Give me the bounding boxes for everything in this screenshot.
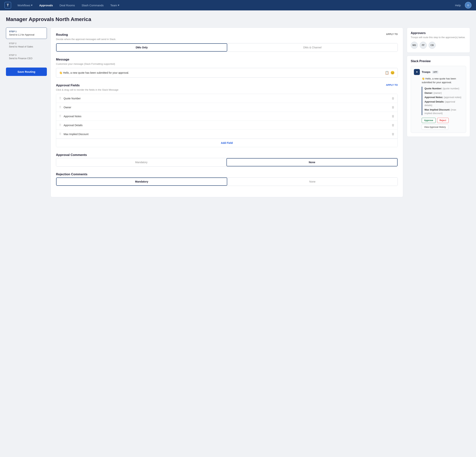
nav-item-slash-commands[interactable]: Slash Commands [79,2,106,8]
rejection-comments-none-button[interactable]: None [227,177,398,186]
sidebar: STEP 1 Send to L1 for Approval STEP 2 Se… [6,27,47,76]
message-icon-2: 😊 [391,71,395,75]
approver-avatar-ff: FF [420,42,427,49]
main-panel: Routing APPLY TO Decide where the approv… [51,27,403,197]
sidebar-step-3[interactable]: STEP 3 Send to Finance CEO [6,51,47,62]
slack-field-max-implied-discount: Max Implied Discount: {max implied disco… [425,108,463,115]
field-name: Quote Number [64,97,391,100]
slack-field-approval-details: Approval Details: {approval details} [425,100,463,107]
slack-field-approval-notes: Approval Notes: {approval notes} [425,96,463,99]
slack-message: ✦ Troops APP 👋 Hello, a new quote has be… [411,66,466,133]
page-title: Manager Approvals North America [6,16,470,22]
field-item-owner: ⠿ Owner 🗑 [56,103,398,112]
slack-field-quote-number: Quote Number: {quote number} [425,87,463,90]
nav-item-team[interactable]: Team ▾ [108,2,122,8]
drag-handle-icon[interactable]: ⠿ [59,114,61,118]
message-title: Message [56,58,69,62]
routing-dms-only-button[interactable]: DMs Only [56,43,227,52]
slack-app-badge: APP [432,71,438,73]
approver-avatar-cb: CB [429,42,436,49]
approvers-description: Troops will route this step to the appro… [411,36,466,39]
message-box[interactable]: 👋 Hello, a new quote has been submitted … [56,68,398,78]
approvers-title: Approvers [411,31,466,35]
slack-reject-button[interactable]: Reject [437,118,449,123]
approvers-list: MG FF CB [411,42,466,49]
slack-preview-card: Slack Preview ✦ Troops APP 👋 Hello, a ne… [407,56,470,137]
drag-handle-icon[interactable]: ⠿ [59,105,61,109]
routing-section: Routing APPLY TO Decide where the approv… [56,33,398,52]
add-field-button[interactable]: Add Field [56,139,398,147]
message-icon-1: 📋 [385,71,389,75]
message-icons: 📋 😊 [385,71,395,75]
nav-avatar[interactable]: ⊙ [465,2,472,9]
routing-toggle-group: DMs Only DMs & Channel [56,43,398,52]
field-name: Owner [64,106,391,109]
rejection-comments-title: Rejection Comments [56,173,87,176]
approval-fields-title: Approval Fields [56,84,80,87]
approval-comments-none-button[interactable]: None [227,158,398,166]
sidebar-step-1[interactable]: STEP 1 Send to L1 for Approval [6,27,47,39]
page: Manager Approvals North America STEP 1 S… [0,10,476,206]
nav-item-approvals[interactable]: Approvals [37,2,55,8]
slack-app-logo: ✦ [414,69,420,75]
sidebar-step-2[interactable]: STEP 2 Send to Head of Sales [6,40,47,51]
routing-title: Routing [56,33,68,37]
slack-actions: Approve Reject View Approval History [414,118,463,130]
message-text: 👋 Hello, a new quote has been submitted … [59,71,129,74]
slack-approve-button[interactable]: Approve [422,118,436,123]
approvers-card: Approvers Troops will route this step to… [407,27,470,53]
save-routing-button[interactable]: Save Routing [6,68,47,76]
field-name: Approval Notes [64,115,391,118]
routing-description: Decide where the approval messages will … [56,38,398,41]
field-item-quote-number: ⠿ Quote Number 🗑 [56,94,398,103]
approval-fields-section: Approval Fields APPLY TO Click & drag ce… [56,84,398,147]
navbar: T Workflows ▾ Approvals Deal Rooms Slash… [0,0,476,10]
delete-field-icon[interactable]: 🗑 [391,123,395,127]
fields-list: ⠿ Quote Number 🗑 ⠿ Owner 🗑 ⠿ Approval No… [56,94,398,147]
slack-message-body: 👋 Hello, a new quote has been submitted … [414,77,463,84]
nav-help-link[interactable]: Help [452,2,463,8]
drag-handle-icon[interactable]: ⠿ [59,97,61,100]
delete-field-icon[interactable]: 🗑 [391,132,395,136]
approval-fields-apply-to-button[interactable]: APPLY TO [386,84,398,86]
rejection-comments-toggle: Mandatory None [56,177,398,186]
slack-field-owner: Owner: {owner} [425,91,463,95]
drag-handle-icon[interactable]: ⠿ [59,123,61,127]
nav-logo[interactable]: T [4,2,11,9]
delete-field-icon[interactable]: 🗑 [391,115,395,118]
field-item-max-implied-discount: ⠿ Max Implied Discount 🗑 [56,130,398,139]
delete-field-icon[interactable]: 🗑 [391,97,395,100]
message-description: Customize your message (Slack Formatting… [56,62,398,65]
message-section: Message Customize your message (Slack Fo… [56,58,398,78]
chevron-down-icon: ▾ [31,4,33,7]
chevron-down-icon: ▾ [118,4,119,7]
slack-preview-title: Slack Preview [411,60,466,63]
slack-fields: Quote Number: {quote number} Owner: {own… [422,87,463,115]
drag-handle-icon[interactable]: ⠿ [59,132,61,136]
slack-app-name: Troops [422,70,430,73]
approval-comments-toggle: Mandatory None [56,158,398,167]
nav-item-workflows[interactable]: Workflows ▾ [15,2,35,8]
approval-comments-section: Approval Comments Mandatory None [56,153,398,167]
field-name: Approval Details [64,124,391,127]
delete-field-icon[interactable]: 🗑 [391,106,395,109]
slack-history-button[interactable]: View Approval History [422,124,448,130]
nav-item-deal-rooms[interactable]: Deal Rooms [57,2,77,8]
field-item-approval-notes: ⠿ Approval Notes 🗑 [56,112,398,121]
approval-comments-mandatory-button[interactable]: Mandatory [56,158,227,166]
routing-apply-to-label: APPLY TO [386,33,398,35]
field-item-approval-details: ⠿ Approval Details 🗑 [56,121,398,130]
rejection-comments-section: Rejection Comments Mandatory None [56,173,398,186]
field-name: Max Implied Discount [64,133,391,136]
rejection-comments-mandatory-button[interactable]: Mandatory [56,177,227,186]
approval-fields-description: Click & drag cell to reorder the fields … [56,88,398,91]
avatar-icon: ⊙ [467,4,469,7]
slack-header: ✦ Troops APP [414,69,463,75]
routing-dms-channel-button[interactable]: DMs & Channel [227,43,398,52]
right-panel: Approvers Troops will route this step to… [407,27,470,137]
layout: STEP 1 Send to L1 for Approval STEP 2 Se… [6,27,470,197]
approver-avatar-mg: MG [411,42,418,49]
approval-comments-title: Approval Comments [56,153,87,157]
